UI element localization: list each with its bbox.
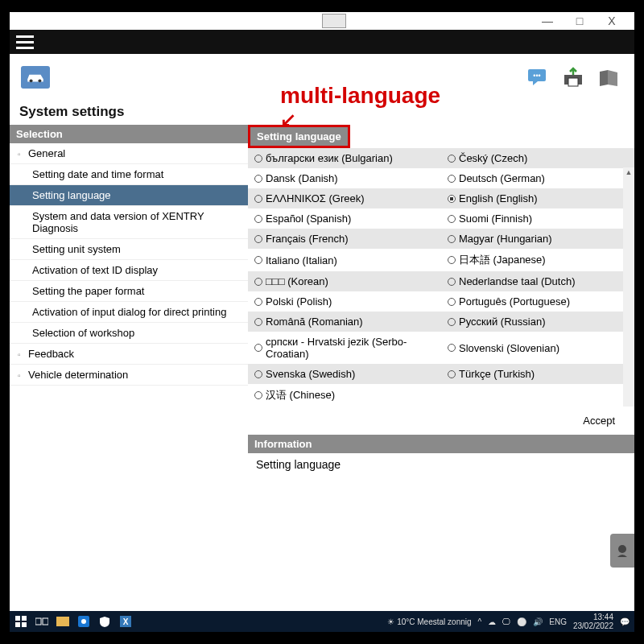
- radio-icon[interactable]: [254, 370, 262, 378]
- tree-child[interactable]: Setting the paper format: [10, 281, 248, 302]
- tree-node[interactable]: Feedback: [10, 344, 248, 365]
- language-row: Italiano (Italian)日本語 (Japanese): [248, 249, 634, 271]
- radio-icon[interactable]: [254, 195, 262, 203]
- svg-rect-11: [35, 618, 41, 625]
- annotation-label: multi-language: [280, 83, 440, 109]
- language-option[interactable]: български език (Bulgarian): [248, 148, 441, 168]
- radio-icon[interactable]: [254, 318, 262, 326]
- maximize-button[interactable]: □: [564, 13, 596, 29]
- print-icon[interactable]: [559, 64, 588, 90]
- language-option[interactable]: ΕΛΛΗΝΙΚΟΣ (Greek): [248, 188, 441, 208]
- tray-wifi-icon[interactable]: ⚪: [517, 617, 526, 626]
- language-row: български език (Bulgarian)Český (Czech): [248, 148, 634, 168]
- radio-icon[interactable]: [448, 344, 456, 352]
- radio-icon[interactable]: [448, 278, 456, 286]
- tree-child[interactable]: System and data version of XENTRY Diagno…: [10, 206, 248, 239]
- sidebar-header: Selection: [10, 125, 248, 143]
- language-option[interactable]: српски - Hrvatski jezik (Serbo-Croatian): [248, 332, 441, 364]
- language-option[interactable]: Suomi (Finnish): [441, 208, 634, 229]
- language-option[interactable]: Français (French): [248, 229, 441, 249]
- tray-monitor-icon[interactable]: 🖵: [502, 617, 510, 626]
- tree-child[interactable]: Setting date and time format: [10, 164, 248, 185]
- radio-icon[interactable]: [254, 298, 262, 306]
- info-text: Setting language: [248, 453, 634, 632]
- support-badge-icon[interactable]: [610, 534, 634, 568]
- svg-rect-7: [15, 616, 20, 621]
- tray-lang[interactable]: ENG: [549, 617, 567, 626]
- radio-icon[interactable]: [448, 175, 456, 183]
- content-area: Selection GeneralSetting date and time f…: [10, 125, 634, 632]
- language-option[interactable]: 汉语 (Chinese): [248, 384, 441, 407]
- language-option[interactable]: Slovenski (Slovenian): [441, 332, 634, 364]
- menu-icon[interactable]: [16, 35, 34, 49]
- shield-icon[interactable]: [98, 615, 111, 628]
- radio-icon[interactable]: [254, 256, 262, 264]
- language-option[interactable]: Nederlandse taal (Dutch): [441, 271, 634, 291]
- weather-widget[interactable]: ☀ 10°C Meestal zonnig: [387, 617, 471, 626]
- taskbar-clock[interactable]: 13:44 23/02/2022: [573, 613, 613, 630]
- radio-icon[interactable]: [448, 256, 456, 264]
- radio-icon[interactable]: [254, 391, 262, 399]
- x-app-icon[interactable]: X: [119, 615, 132, 628]
- accept-button[interactable]: Accept: [583, 415, 615, 427]
- language-option[interactable]: Deutsch (German): [441, 168, 634, 188]
- language-row: Română (Romanian)Русский (Russian): [248, 312, 634, 332]
- radio-icon[interactable]: [254, 155, 262, 163]
- tray-volume-icon[interactable]: 🔊: [533, 617, 543, 626]
- tree-node[interactable]: Vehicle determination: [10, 365, 248, 386]
- language-option[interactable]: Português (Portuguese): [441, 291, 634, 312]
- tray-chevron-icon[interactable]: ^: [478, 617, 482, 626]
- tray-notification-icon[interactable]: 💬: [620, 617, 630, 626]
- explorer-icon[interactable]: [56, 615, 69, 628]
- scrollbar[interactable]: ▲: [623, 167, 634, 407]
- radio-icon[interactable]: [448, 235, 456, 243]
- svg-rect-13: [56, 617, 69, 626]
- language-option[interactable]: 日本語 (Japanese): [441, 249, 634, 271]
- tree-child[interactable]: Selection of workshop: [10, 323, 248, 344]
- tree-child[interactable]: Setting language: [10, 185, 248, 206]
- svg-rect-8: [22, 616, 27, 621]
- language-option[interactable]: Český (Czech): [441, 148, 634, 168]
- tree-node[interactable]: General: [10, 143, 248, 164]
- radio-icon[interactable]: [254, 175, 262, 183]
- language-option[interactable]: □□□ (Korean): [248, 271, 441, 291]
- language-row: 汉语 (Chinese): [248, 384, 634, 407]
- radio-icon[interactable]: [254, 278, 262, 286]
- radio-icon[interactable]: [448, 195, 456, 203]
- svg-rect-5: [568, 78, 578, 86]
- app-window: — □ X ••• System settings Selection Gene…: [10, 12, 634, 632]
- language-option[interactable]: Polski (Polish): [248, 291, 441, 312]
- language-option[interactable]: English (English): [441, 188, 634, 208]
- car-icon[interactable]: [21, 66, 50, 89]
- radio-icon[interactable]: [448, 318, 456, 326]
- radio-icon[interactable]: [448, 370, 456, 378]
- language-option[interactable]: Dansk (Danish): [248, 168, 441, 188]
- radio-icon[interactable]: [448, 215, 456, 223]
- teamviewer-icon[interactable]: [77, 615, 90, 628]
- tree-child[interactable]: Activation of text ID display: [10, 260, 248, 281]
- language-option[interactable]: Español (Spanish): [248, 208, 441, 229]
- radio-icon[interactable]: [448, 155, 456, 163]
- language-option[interactable]: Magyar (Hungarian): [441, 229, 634, 249]
- tray-cloud-icon[interactable]: ☁: [488, 617, 496, 626]
- close-button[interactable]: X: [596, 13, 628, 29]
- start-icon[interactable]: [14, 615, 27, 628]
- tree-child[interactable]: Setting unit system: [10, 239, 248, 260]
- book-icon[interactable]: [594, 64, 623, 90]
- language-option[interactable]: Türkçe (Turkish): [441, 364, 634, 384]
- radio-icon[interactable]: [448, 298, 456, 306]
- radio-icon[interactable]: [254, 215, 262, 223]
- svg-point-6: [618, 545, 626, 553]
- svg-point-1: [38, 79, 41, 82]
- language-option[interactable]: Română (Romanian): [248, 312, 441, 332]
- radio-icon[interactable]: [254, 235, 262, 243]
- language-option[interactable]: Русский (Russian): [441, 312, 634, 332]
- radio-icon[interactable]: [254, 344, 262, 352]
- language-option[interactable]: Svenska (Swedish): [248, 364, 441, 384]
- chat-icon[interactable]: •••: [523, 64, 552, 90]
- language-option[interactable]: Italiano (Italian): [248, 249, 441, 271]
- minimize-button[interactable]: —: [531, 13, 564, 29]
- main-panel: multi-language ↙ Setting language българ…: [248, 125, 634, 632]
- taskview-icon[interactable]: [35, 615, 48, 628]
- tree-child[interactable]: Activation of input dialog for direct pr…: [10, 302, 248, 323]
